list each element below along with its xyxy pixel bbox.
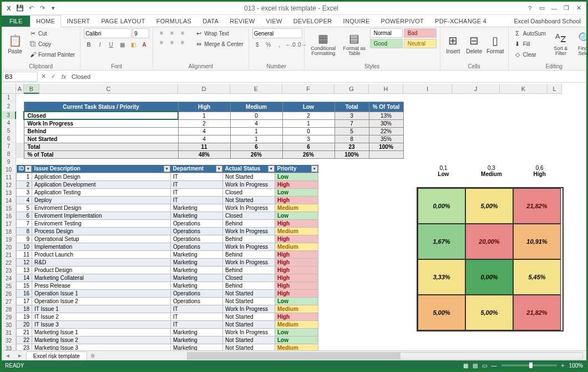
restore-icon[interactable]: ❐ [561,3,572,13]
filter-dropdown-icon[interactable]: ▾ [311,165,318,172]
find-select-button[interactable]: 🔍Find & Select [574,28,588,59]
view-page-break-icon[interactable]: ▭ [482,363,487,369]
insert-cells-button[interactable]: ⊞Insert [444,28,463,59]
sheet-tab[interactable]: Excel risk template [26,351,87,360]
sheet-nav-next-icon[interactable]: ► [14,353,26,359]
row-header[interactable]: 22 [2,259,16,267]
align-top-button[interactable]: ≡ [156,28,166,37]
undo-icon[interactable]: ↶ [26,3,36,13]
select-all-corner[interactable] [2,84,16,94]
row-header[interactable]: 11 [2,174,16,182]
format-as-table-button[interactable]: ▤Format as Table [341,28,368,59]
number-format-select[interactable] [252,28,302,38]
border-button[interactable]: ▦ [117,40,127,49]
row-header[interactable]: 29 [2,314,16,321]
zoom-out-icon[interactable]: — [491,363,497,369]
font-size-select[interactable] [133,28,149,38]
tab-home[interactable]: HOME [30,15,61,27]
row-header[interactable]: 32 [2,337,16,345]
enter-formula-icon[interactable]: ✓ [48,73,58,80]
column-header[interactable]: L [548,84,562,94]
column-header[interactable]: C [39,84,178,94]
currency-button[interactable]: $ [252,40,262,49]
paste-button[interactable]: 📋Paste [5,28,25,59]
fill-button[interactable]: ⬇Fill [512,39,548,49]
tab-view[interactable]: VIEW [260,16,287,27]
tab-page-layout[interactable]: PAGE LAYOUT [95,16,150,27]
font-name-select[interactable] [84,28,131,38]
column-header[interactable]: F [282,84,334,94]
minimize-icon[interactable]: — [549,3,560,13]
row-header[interactable]: 30 [2,321,16,329]
format-painter-button[interactable]: 🖌Format Painter [27,49,77,59]
sort-filter-button[interactable]: ᴬᴢSort & Filter [550,28,572,59]
filter-dropdown-icon[interactable]: ▾ [216,165,222,172]
column-header[interactable]: K [500,84,548,94]
tab-powerpivot[interactable]: POWERPIVOT [376,16,430,27]
close-icon[interactable]: ✕ [573,3,584,13]
row-header[interactable]: 31 [2,329,16,337]
format-cells-button[interactable]: ▯Format [486,28,505,59]
tab-inquire[interactable]: INQUIRE [338,16,376,27]
column-headers[interactable]: ABCDEFGHIJKL [16,84,586,94]
font-color-button[interactable]: A [139,40,149,49]
row-header[interactable]: 2 [2,102,16,112]
row-header[interactable]: 6 [2,135,16,143]
row-header[interactable]: 12 [2,182,16,189]
row-header[interactable]: 9 [2,158,16,166]
tab-formulas[interactable]: FORMULAS [151,16,197,27]
row-header[interactable]: 8 [2,150,16,158]
row-header[interactable]: 27 [2,298,16,306]
row-header[interactable]: 20 [2,244,16,252]
row-header[interactable]: 23 [2,267,16,275]
row-header[interactable]: 33 [2,345,16,350]
help-icon[interactable]: ? [524,3,535,13]
tab-data[interactable]: DATA [197,16,224,27]
ribbon-options-icon[interactable]: ▭ [536,3,548,13]
sheet-nav-prev-icon[interactable]: ◄ [2,353,14,359]
row-header[interactable]: 17 [2,220,16,228]
column-header[interactable]: J [452,84,500,94]
view-normal-icon[interactable]: ▦ [463,363,468,369]
row-header[interactable]: 5 [2,127,16,135]
account-label[interactable]: Excel Dashboard School [509,16,586,27]
save-icon[interactable]: 💾 [15,3,25,13]
filter-dropdown-icon[interactable]: ▾ [268,165,275,172]
fill-color-button[interactable]: ◧ [128,40,138,49]
filter-dropdown-icon[interactable]: ▾ [164,165,170,172]
worksheet-grid[interactable]: ABCDEFGHIJKL 123456789101112131415161718… [2,84,586,350]
row-header[interactable]: 18 [2,228,16,236]
row-header[interactable]: 16 [2,213,16,220]
bold-button[interactable]: B [84,40,94,49]
row-header[interactable]: 10 [2,166,16,174]
name-box[interactable]: B3 [2,72,38,82]
column-header[interactable]: A [16,84,24,94]
autosum-button[interactable]: ΣAutoSum [512,28,548,38]
column-header[interactable]: I [403,84,452,94]
column-header[interactable]: B [24,84,39,94]
filter-dropdown-icon[interactable]: ▾ [25,165,32,172]
row-header[interactable]: 4 [2,119,16,127]
row-header[interactable]: 26 [2,290,16,298]
zoom-in-icon[interactable]: + [561,363,565,369]
excel-icon[interactable]: X [4,3,14,13]
merge-center-button[interactable]: ⇔Merge & Center [193,39,245,49]
row-header[interactable]: 19 [2,236,16,244]
row-header[interactable]: 13 [2,189,16,197]
tab-review[interactable]: REVIEW [224,16,260,27]
tab-pdf-xchange[interactable]: PDF-XChange 4 [429,16,492,27]
redo-icon[interactable]: ↷ [37,3,47,13]
wrap-text-button[interactable]: ↩Wrap Text [193,28,245,38]
row-header[interactable]: 14 [2,197,16,205]
qat-customize-icon[interactable]: ▾ [48,3,58,13]
copy-button[interactable]: ⿻Copy [27,39,77,49]
cancel-formula-icon[interactable]: ✕ [38,73,48,80]
align-left-button[interactable]: ≡ [156,38,166,47]
tab-insert[interactable]: INSERT [61,16,95,27]
clear-button[interactable]: ◇Clear [512,49,548,59]
zoom-slider[interactable] [501,364,557,366]
row-headers[interactable]: 1234567891011121314151617181920212223242… [2,94,16,350]
row-header[interactable]: 1 [2,94,16,102]
add-sheet-icon[interactable]: ⊕ [87,353,98,359]
row-header[interactable]: 7 [2,143,16,150]
